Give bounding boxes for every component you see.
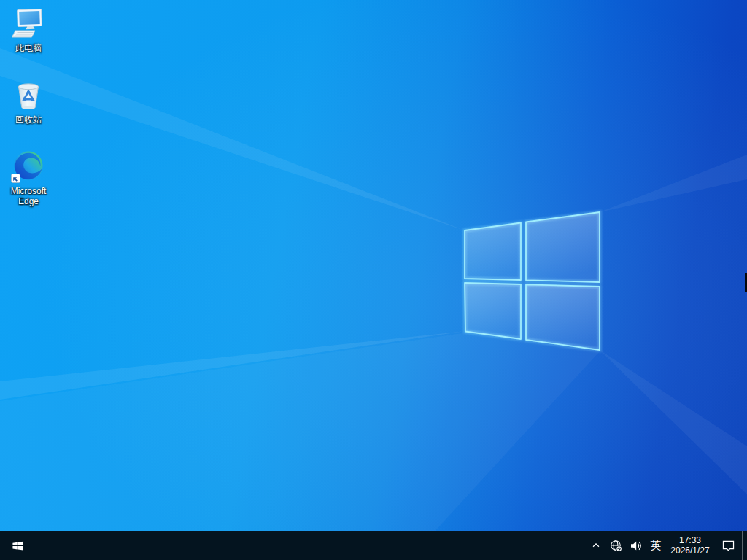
clock[interactable]: 17:33 2026/1/27 — [666, 531, 714, 560]
show-desktop-button[interactable] — [742, 531, 747, 560]
icon-label-microsoft-edge: Microsoft Edge — [2, 186, 55, 206]
speaker-icon — [630, 540, 642, 552]
windows-logo-icon — [12, 540, 24, 552]
show-hidden-icons-button[interactable] — [587, 531, 605, 560]
computer-monitor-icon — [11, 6, 46, 41]
recycle-bin-icon — [11, 77, 46, 112]
globe-no-internet-icon — [610, 540, 622, 552]
shortcut-arrow-icon — [11, 174, 20, 183]
light-rays — [0, 48, 747, 560]
icon-label-recycle-bin: 回收站 — [15, 114, 42, 125]
volume-button[interactable] — [626, 531, 646, 560]
taskbar: 英 17:33 2026/1/27 — [0, 531, 747, 560]
clock-date: 2026/1/27 — [670, 545, 709, 556]
notification-bubble-icon — [721, 539, 735, 553]
language-label: 英 — [651, 539, 662, 553]
desktop-icon-this-pc[interactable]: 此电脑 — [1, 6, 56, 53]
wallpaper-light-rays-and-logo — [0, 0, 747, 560]
clock-time: 17:33 — [679, 535, 701, 545]
desktop-wallpaper: 此电脑 — [0, 0, 747, 560]
chevron-up-icon — [591, 540, 601, 551]
start-button[interactable] — [0, 531, 35, 560]
windows-flag-logo-icon — [465, 212, 600, 350]
icon-label-this-pc: 此电脑 — [15, 43, 42, 53]
system-tray: 英 17:33 2026/1/27 — [587, 531, 747, 560]
action-center-button[interactable] — [714, 531, 742, 560]
desktop-icon-microsoft-edge[interactable]: Microsoft Edge — [1, 149, 56, 206]
taskbar-empty-area — [35, 531, 587, 560]
edge-swirl-icon — [11, 149, 46, 184]
network-status-button[interactable] — [605, 531, 626, 560]
input-language-indicator[interactable]: 英 — [646, 531, 666, 560]
desktop-icon-recycle-bin[interactable]: 回收站 — [1, 77, 56, 125]
